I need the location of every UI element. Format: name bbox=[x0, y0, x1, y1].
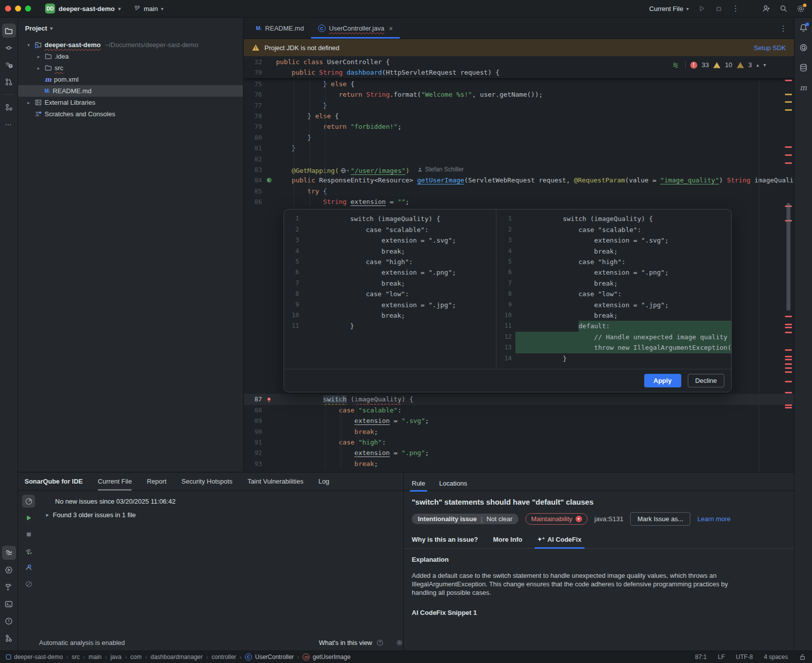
tab-security-hotspots[interactable]: Security Hotspots bbox=[181, 473, 232, 491]
code-line-93[interactable]: 93break; bbox=[244, 459, 794, 469]
close-window-button[interactable] bbox=[5, 6, 11, 12]
caret-position[interactable]: 87:1 bbox=[695, 653, 707, 660]
terminal-tool-icon[interactable] bbox=[2, 597, 16, 611]
mark-issue-as-button[interactable]: Mark Issue as... bbox=[630, 512, 690, 526]
gutter[interactable]: 84 bbox=[244, 175, 276, 185]
url-globe-icon[interactable]: ▾ bbox=[340, 165, 349, 175]
kebab-menu-icon[interactable]: ⋮ bbox=[779, 24, 787, 33]
kebab-menu-icon[interactable]: ⋮ bbox=[732, 4, 740, 13]
settings-icon[interactable] bbox=[796, 5, 805, 13]
decline-button[interactable]: Decline bbox=[688, 374, 724, 387]
code-line-81[interactable]: 81} bbox=[244, 143, 794, 153]
project-selector[interactable]: DD deeper-sast-demo ▾ bbox=[45, 4, 121, 14]
endpoint-gutter-icon[interactable] bbox=[262, 175, 276, 185]
warning-stripe-mark[interactable] bbox=[785, 101, 792, 103]
bulb-gutter-icon[interactable] bbox=[262, 394, 276, 404]
database-icon[interactable] bbox=[799, 63, 808, 72]
gutter[interactable]: 89 bbox=[244, 415, 276, 426]
window-controls[interactable] bbox=[5, 6, 31, 12]
error-stripe-mark[interactable] bbox=[785, 404, 792, 406]
sonarqube-tool-icon[interactable] bbox=[2, 546, 16, 560]
branch-selector[interactable]: main ▾ bbox=[134, 5, 163, 13]
gutter[interactable]: 87 bbox=[244, 394, 276, 404]
gutter[interactable]: 75 bbox=[244, 79, 276, 89]
code-line-80[interactable]: 80} bbox=[244, 132, 794, 143]
error-stripe-mark[interactable] bbox=[785, 154, 792, 156]
error-stripe-mark[interactable] bbox=[785, 359, 792, 360]
run-configuration-selector[interactable]: Current File ▾ bbox=[649, 5, 689, 13]
apply-button[interactable]: Apply bbox=[644, 374, 681, 387]
stop-icon[interactable] bbox=[22, 528, 35, 541]
warning-stripe-mark[interactable] bbox=[785, 94, 792, 95]
error-count[interactable]: 33 bbox=[702, 60, 709, 70]
code-line-82[interactable]: 82 bbox=[244, 154, 794, 164]
code-line-89[interactable]: 89extension = ".svg"; bbox=[244, 415, 794, 426]
tab-log[interactable]: Log bbox=[319, 473, 330, 491]
minimize-window-button[interactable] bbox=[15, 6, 21, 12]
tab-locations[interactable]: Locations bbox=[439, 480, 467, 492]
maintainability-badge[interactable]: Maintainability ▾ bbox=[525, 513, 587, 525]
error-stripe-mark[interactable] bbox=[785, 324, 792, 325]
gutter[interactable]: 80 bbox=[244, 132, 276, 143]
notifications-icon[interactable] bbox=[799, 23, 808, 32]
gutter[interactable]: 79 bbox=[244, 121, 276, 132]
problems-tool-icon[interactable] bbox=[2, 614, 16, 628]
gutter[interactable]: 82 bbox=[244, 154, 276, 164]
gutter[interactable]: 32 bbox=[244, 57, 276, 67]
lock-icon[interactable] bbox=[799, 653, 806, 660]
error-stripe-mark[interactable] bbox=[785, 162, 792, 164]
indent-setting[interactable]: 4 spaces bbox=[764, 653, 788, 660]
error-stripe-mark[interactable] bbox=[785, 332, 792, 333]
gutter[interactable]: 76 bbox=[244, 89, 276, 100]
error-stripe-mark[interactable] bbox=[785, 316, 792, 317]
chevron-right-icon[interactable]: ▸ bbox=[46, 512, 49, 518]
code-line-79[interactable]: 79return "forbidden!"; bbox=[244, 121, 794, 132]
error-stripe-mark[interactable] bbox=[785, 367, 792, 369]
breadcrumb-item-com[interactable]: com bbox=[130, 653, 142, 660]
maven-icon[interactable]: m bbox=[799, 83, 806, 92]
structure-tool-icon[interactable] bbox=[2, 100, 16, 114]
error-stripe-mark[interactable] bbox=[785, 392, 792, 393]
sonar-help-tool-icon[interactable]: ? bbox=[2, 58, 16, 72]
chevron-up-icon[interactable]: ▴ bbox=[756, 60, 759, 70]
file-encoding[interactable]: UTF-8 bbox=[736, 653, 753, 660]
code-line-83[interactable]: 83@GetMapping(▾"/user/images")Stefan Sch… bbox=[244, 164, 794, 175]
tree-item-scratches-and-consoles[interactable]: Scratches and Consoles bbox=[18, 108, 243, 120]
breadcrumb[interactable]: deeper-sast-demo›src›main›java›com›dashb… bbox=[6, 653, 351, 660]
chevron-down-icon[interactable]: ▾ bbox=[763, 60, 766, 70]
debug-icon[interactable] bbox=[715, 5, 723, 13]
whats-in-view-label[interactable]: What's in this view bbox=[319, 639, 372, 646]
tree-item-deeper-sast-demo[interactable]: ▾deeper-sast-demo ~/Documents/deeper-sas… bbox=[18, 39, 243, 51]
breadcrumb-item-deeper-sast-demo[interactable]: deeper-sast-demo bbox=[6, 653, 63, 660]
editor-scrollbar[interactable] bbox=[786, 203, 790, 311]
gutter[interactable]: 91 bbox=[244, 437, 276, 448]
tab-usercontroller[interactable]: C UserController.java × bbox=[311, 18, 400, 39]
gutter[interactable]: 86 bbox=[244, 196, 276, 207]
chevron-right-icon[interactable]: ▸ bbox=[35, 66, 42, 71]
project-panel-header[interactable]: Project ▾ bbox=[18, 18, 243, 38]
play-icon[interactable] bbox=[22, 511, 35, 524]
analyze-target-icon[interactable] bbox=[22, 495, 35, 508]
commit-tool-icon[interactable] bbox=[2, 41, 16, 55]
tree-item-readme-md[interactable]: M↓README.md bbox=[18, 85, 243, 97]
close-icon[interactable]: × bbox=[389, 25, 393, 33]
tree-item-external-libraries[interactable]: ▸External Libraries bbox=[18, 97, 243, 108]
gutter[interactable]: 90 bbox=[244, 426, 276, 437]
breadcrumb-item-usercontroller[interactable]: CUserController bbox=[245, 653, 294, 660]
tab-taint-vulnerabilities[interactable]: Taint Vulnerabilities bbox=[247, 473, 304, 491]
error-stripe-mark[interactable] bbox=[785, 407, 792, 408]
chevron-down-icon[interactable]: ▾ bbox=[25, 43, 32, 48]
older-issues-row[interactable]: ▸ Found 3 older issues in 1 file bbox=[46, 505, 403, 519]
help-icon[interactable] bbox=[376, 639, 384, 646]
gutter[interactable]: 77 bbox=[244, 100, 276, 111]
breadcrumb-item-src[interactable]: src bbox=[72, 653, 80, 660]
add-user-icon[interactable] bbox=[762, 5, 770, 13]
learn-more-link[interactable]: Learn more bbox=[697, 515, 730, 523]
tab-why-issue[interactable]: Why is this an issue? bbox=[412, 536, 478, 548]
search-icon[interactable] bbox=[779, 5, 787, 13]
error-stripe-mark[interactable] bbox=[785, 327, 792, 328]
weak-warning-count[interactable]: 3 bbox=[748, 60, 752, 70]
code-line-92[interactable]: 92extension = ".png"; bbox=[244, 448, 794, 458]
gutter[interactable]: 92 bbox=[244, 448, 276, 458]
chevron-right-icon[interactable]: ▸ bbox=[25, 100, 32, 105]
